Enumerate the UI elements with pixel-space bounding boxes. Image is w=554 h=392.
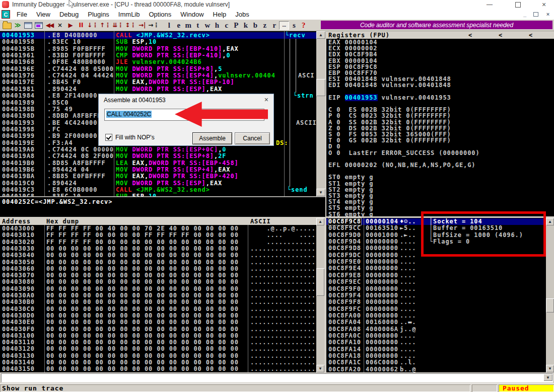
stack-row[interactable]: 00C8F9E800000000.... [326,272,546,279]
disasm-row[interactable]: 00401976.C74424 04 44424000MOV DWORD PTR… [0,72,316,79]
hexdump-row[interactable]: 0040312000 00 00 00 00 00 00 00 00 00 00… [0,346,316,352]
stack-scrollbar[interactable]: ▲ ▼ [546,218,554,372]
stack-row[interactable]: 00C8FA0C00000000.... [326,333,546,339]
hexdump-row[interactable]: 0040304000 00 00 00 00 00 00 00 00 00 00… [0,252,316,259]
stack-row[interactable]: 00C8F9EC00000000.... [326,279,546,285]
trace-over-icon[interactable]: ↕⋮ [125,21,136,30]
disasm-row[interactable]: 0040196E.C74424 08 05000000MOV DWORD PTR… [0,66,316,72]
close-program-icon[interactable]: × [55,21,64,30]
collapse-button[interactable]: < [499,32,503,39]
step-over-icon[interactable]: ↑⋮ [100,21,111,30]
execute-till-return-icon[interactable]: →| [137,21,147,30]
disasm-row[interactable]: 004019A8.C74424 08 2F000000MOV DWORD PTR… [0,153,316,160]
menu-plugins[interactable]: Plugins [83,11,114,18]
hexdump-row[interactable]: 004030C000 00 00 00 00 00 00 00 00 00 00… [0,306,316,312]
stack-row[interactable]: 00C8F9FC00000000.... [326,306,546,312]
minimize-button[interactable]: — [482,1,497,9]
scroll-up-icon[interactable]: ▲ [316,31,325,39]
open-file-icon[interactable] [3,21,12,30]
collapse-button[interactable]: < [529,32,533,39]
disasm-row[interactable]: 0040197E.8B45 F0MOV EAX,DWORD PTR SS:[EB… [0,79,316,86]
menu-jobs[interactable]: Jobs [231,11,253,18]
chevron-down-icon[interactable]: ▼ [543,374,552,381]
menu-debug[interactable]: Debug [55,11,83,18]
stack-row[interactable]: 00C8FA0000000000.... [326,312,546,319]
scroll-up-icon[interactable]: ▲ [546,218,554,225]
rewind-icon[interactable]: ◀◀ [45,21,54,30]
hexdump-row[interactable]: 004030F000 00 00 00 00 00 00 00 00 00 00… [0,326,316,333]
disasm-row[interactable]: 004019C3.E8 6C0B0000CALL <JMP.&WS2_32.se… [0,187,316,193]
stack-row[interactable]: 00C8FA1C006C0000..l. [326,359,546,366]
toolbar-letter-help[interactable]: ? [299,21,308,30]
hexdump-row[interactable]: 0040308000 00 00 00 00 00 00 00 00 00 00… [0,279,316,285]
scroll-thumb[interactable] [316,268,324,296]
windows-icon[interactable] [34,21,43,30]
toolbar-letter-P[interactable]: P [231,21,241,30]
disasm-row[interactable]: 00401968.0F8E 480B0000JLE vulnserv.00402… [0,59,316,65]
hexdump-scrollbar[interactable]: ▲ ▼ [316,218,324,372]
disasm-row[interactable]: 004019A0.C74424 0C 00000000MOV DWORD PTR… [0,146,316,153]
maximize-button[interactable] [511,1,525,9]
disasm-row[interactable]: 004019C0.890424MOV DWORD PTR SS:[ESP],EA… [0,180,316,187]
hexdump-row[interactable]: 00403020FF FF FF FF 00 00 00 00 00 00 00… [0,239,316,246]
disasm-row[interactable]: 004019BA.8B85 E0FBFFFFMOV EAX,DWORD PTR … [0,173,316,180]
toolbar-letter-z[interactable]: z [260,21,269,30]
stack-row[interactable]: 00C8F9E400000000.... [326,265,546,272]
menu-immlib[interactable]: ImmLib [114,11,145,18]
stack-row[interactable]: 00C8F9F400000000.... [326,292,546,299]
disasm-row[interactable]: 00401981.890424MOV DWORD PTR SS:[ESP],EA… [0,86,316,93]
mdi-minimize-button[interactable]: _ [520,11,530,18]
hexdump-row[interactable]: 0040315000 00 00 00 00 00 00 00 00 00 00… [0,366,316,372]
menu-file[interactable]: File [12,11,32,18]
fill-with-nops-checkbox[interactable] [105,134,112,141]
mdi-close-button[interactable]: × [543,11,553,18]
dialog-close-icon[interactable]: × [264,96,268,104]
scroll-thumb[interactable] [316,79,325,96]
toolbar-letter-more[interactable]: ... [279,21,289,30]
hexdump-row[interactable]: 004030E000 00 00 00 00 00 00 00 00 00 00… [0,319,316,326]
toolbar-letter-t[interactable]: t [193,21,202,30]
scroll-down-icon[interactable]: ▼ [546,365,554,372]
scroll-down-icon[interactable]: ▼ [316,365,324,372]
scroll-thumb[interactable] [546,298,554,312]
toolbar-letter-e[interactable]: e [174,21,183,30]
disasm-row[interactable]: 00401961.83BD F0FBFFFFCMP DWORD PTR SS:[… [0,52,316,59]
execute-till-user-icon[interactable]: →⋮ [148,21,159,30]
assemble-button[interactable]: Assemble [192,132,232,144]
menu-options[interactable]: Options [144,11,176,18]
collapse-button[interactable]: < [468,32,472,39]
stack-row[interactable]: 00C8FA1800000000.... [326,353,546,359]
restart-icon[interactable]: ≫ [13,21,22,30]
disasm-row[interactable]: 0040195B.8985 F0FBFFFFMOV DWORD PTR SS:[… [0,46,316,52]
menu-window[interactable]: Window [176,11,208,18]
log-window-icon[interactable] [24,21,33,30]
run-icon[interactable]: ▶ [66,21,75,30]
hexdump-row[interactable]: 004030B000 00 00 00 00 00 00 00 00 00 00… [0,299,316,305]
toolbar-letter-w[interactable]: w [202,21,212,30]
stack-row[interactable]: 00C8F9F800000000.... [326,299,546,305]
stack-row[interactable]: 00C8FA1000000000.... [326,339,546,346]
toolbar-letter-b[interactable]: b [250,21,260,30]
hexdump-row[interactable]: 0040305000 00 00 00 00 00 00 00 00 00 00… [0,259,316,266]
stack-row[interactable]: 00C8F9F000000000.... [326,286,546,292]
toolbar-letter-h[interactable]: h [212,21,222,30]
stack-row[interactable]: 00C8F9E000000000.... [326,259,546,265]
registers-pane[interactable]: EAX 00000104ECX 00000002EDX 00C8F9B4EBX … [326,39,554,216]
toolbar-letter-l[interactable]: l [164,21,174,30]
stack-row[interactable]: 00C8FA084000006Aj..@ [326,326,546,333]
toolbar-letter-k[interactable]: k [241,21,250,30]
pause-icon[interactable]: II [77,21,86,30]
command-input[interactable] [1,373,553,382]
disasm-row[interactable]: 004019C8.83EC 10SUB ESP,10 [0,193,316,196]
menu-view[interactable]: View [32,11,55,18]
disasm-row[interactable]: 004019B6.894424 04MOV DWORD PTR SS:[ESP+… [0,167,316,173]
menu-help[interactable]: Help [209,11,231,18]
step-into-icon[interactable]: ↓⋮ [87,21,98,30]
scroll-up-icon[interactable]: ▲ [316,218,324,225]
stack-row[interactable]: 00C8FA0400160000..▬. [326,319,546,326]
toolbar-letter-c[interactable]: c [222,21,231,30]
disasm-row[interactable]: 00401958.83EC 10SUB ESP,10 [0,39,316,45]
mdi-restore-button[interactable] [531,11,541,18]
toolbar-letter-m[interactable]: m [183,21,193,30]
disasm-row[interactable]: 004019B0.8D85 A8FBFFFFLEA EAX,DWORD PTR … [0,160,316,167]
